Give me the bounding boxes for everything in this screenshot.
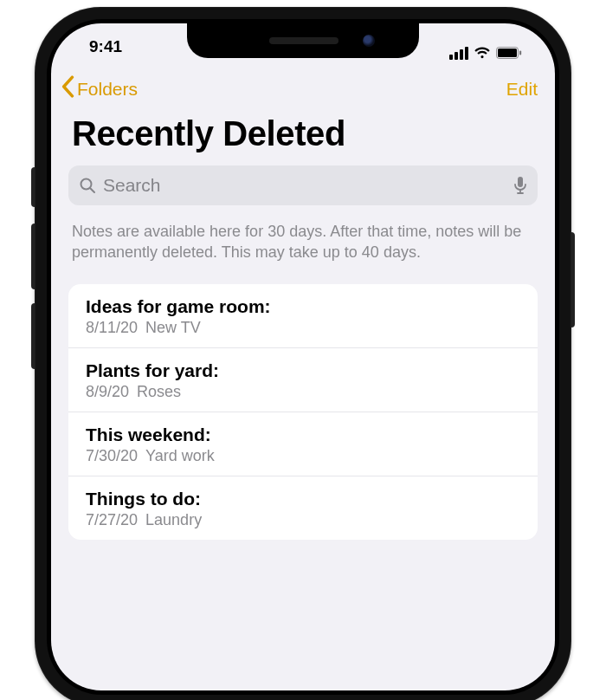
note-date: 7/30/20 xyxy=(86,447,138,464)
note-preview: New TV xyxy=(145,319,201,336)
note-row[interactable]: Things to do: 7/27/20 Laundry xyxy=(68,476,538,540)
note-preview: Roses xyxy=(137,383,181,400)
note-date: 8/11/20 xyxy=(86,319,138,336)
edit-button[interactable]: Edit xyxy=(506,79,538,100)
note-title: This weekend: xyxy=(86,425,520,445)
notes-list: Ideas for game room: 8/11/20 New TV Plan… xyxy=(68,284,538,540)
phone-frame: 9:41 Folders xyxy=(35,7,571,700)
retention-info-text: Notes are available here for 30 days. Af… xyxy=(51,205,555,284)
svg-rect-5 xyxy=(518,177,523,187)
svg-rect-2 xyxy=(519,51,521,55)
microphone-icon[interactable] xyxy=(513,176,527,195)
status-time: 9:41 xyxy=(74,37,122,68)
back-label: Folders xyxy=(77,79,138,100)
note-row[interactable]: This weekend: 7/30/20 Yard work xyxy=(68,412,538,476)
note-preview: Laundry xyxy=(145,511,202,528)
battery-icon xyxy=(496,47,522,59)
cellular-signal-icon xyxy=(449,47,468,60)
note-title: Ideas for game room: xyxy=(86,296,520,317)
wifi-icon xyxy=(474,47,491,60)
note-row[interactable]: Plants for yard: 8/9/20 Roses xyxy=(68,348,538,412)
page-title: Recently Deleted xyxy=(51,107,555,165)
back-button[interactable]: Folders xyxy=(60,75,138,102)
chevron-left-icon xyxy=(60,75,75,102)
search-input[interactable] xyxy=(103,175,506,196)
search-icon xyxy=(79,177,96,194)
svg-rect-1 xyxy=(498,49,517,57)
note-title: Things to do: xyxy=(86,489,520,509)
note-date: 7/27/20 xyxy=(86,511,138,528)
note-date: 8/9/20 xyxy=(86,383,129,400)
device-notch xyxy=(187,23,419,58)
note-title: Plants for yard: xyxy=(86,360,520,381)
svg-line-4 xyxy=(90,188,94,192)
note-row[interactable]: Ideas for game room: 8/11/20 New TV xyxy=(68,284,538,348)
search-bar[interactable] xyxy=(68,165,538,205)
note-preview: Yard work xyxy=(145,447,215,464)
